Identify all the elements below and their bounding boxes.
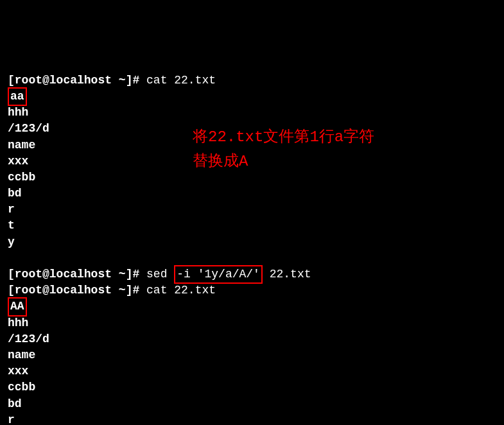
output-line: xxx (8, 363, 496, 379)
shell-prompt: [root@localhost ~]# (8, 74, 146, 87)
command-text: cat 22.txt (146, 74, 216, 87)
output-line: bd (8, 396, 496, 412)
terminal-line-cat2: [root@localhost ~]# cat 22.txt (8, 282, 496, 299)
output-line: bd (8, 186, 496, 202)
output-line: r (8, 412, 496, 425)
annotation-line2: 替换成A (193, 150, 374, 174)
annotation-line1: 将22.txt文件第1行a字符 (193, 125, 374, 150)
command-text: cat 22.txt (146, 284, 216, 297)
output-line: r (8, 202, 496, 218)
terminal-line-1: [root@localhost ~]# cat 22.txt (8, 73, 496, 89)
highlight-sed-option: -i '1y/a/A/' (174, 265, 263, 284)
output-line: hhh (8, 315, 496, 331)
annotation-text: 将22.txt文件第1行a字符 替换成A (193, 125, 374, 175)
output-line: name (8, 347, 496, 363)
command-sed-part2: 22.txt (263, 268, 311, 281)
shell-prompt: [root@localhost ~]# (8, 284, 146, 297)
output-line: y (8, 234, 496, 250)
output-line: aa (8, 89, 496, 105)
highlight-aa: aa (8, 87, 27, 106)
shell-prompt: [root@localhost ~]# (8, 268, 146, 281)
blank-line (8, 250, 496, 266)
output-line: /123/d (8, 331, 496, 347)
output-line: hhh (8, 105, 496, 121)
output-line: t (8, 218, 496, 234)
output-line: AA (8, 299, 496, 315)
highlight-AA: AA (8, 297, 27, 316)
terminal-line-sed: [root@localhost ~]# sed -i '1y/a/A/' 22.… (8, 266, 496, 282)
output-line: ccbb (8, 379, 496, 395)
command-sed-part1: sed (146, 268, 174, 281)
